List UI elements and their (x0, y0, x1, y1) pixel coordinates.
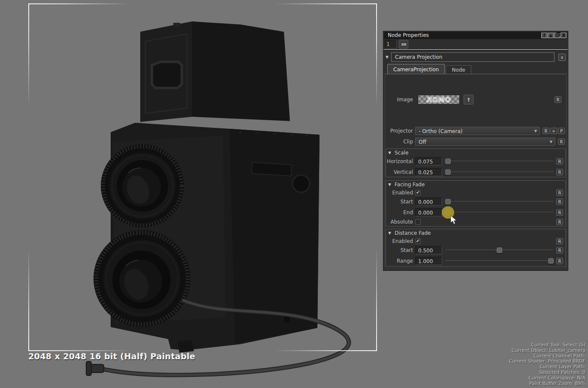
panel-titlebar[interactable]: Node Properties ? ▲ X (384, 32, 567, 39)
reset-button[interactable]: R (556, 190, 563, 196)
distance-fade-section-header[interactable]: ▼ Distance Fade (388, 230, 431, 236)
facing-start-row: Start 0.000 R (383, 197, 568, 206)
vertical-slider[interactable] (445, 170, 554, 175)
chevron-down-icon: ▼ (534, 129, 537, 133)
reset-button[interactable]: R (556, 219, 563, 225)
reset-button[interactable]: R (556, 258, 563, 264)
horizontal-input[interactable]: 0.075 (415, 158, 442, 166)
reset-button[interactable]: R (543, 128, 549, 134)
disclosure-triangle-icon: ▼ (388, 151, 395, 155)
load-image-button[interactable]: ↑ (464, 95, 473, 105)
horizontal-slider[interactable] (445, 159, 554, 164)
app-screen: 2048 x 2048 16 bit (Half) Paintable Curr… (0, 0, 588, 388)
vertical-label: Vertical (383, 169, 413, 175)
add-projector-button[interactable]: + (550, 128, 557, 134)
disclosure-triangle-icon: ▼ (388, 182, 395, 187)
facing-fade-section-title: Facing Fade (395, 182, 425, 188)
scale-vertical-row: Vertical 0.025 R (383, 168, 568, 176)
collapse-icon[interactable]: ▲ (548, 33, 554, 38)
close-icon[interactable]: X (561, 33, 567, 38)
status-hud: Current Tool: Select (S) Current Object:… (509, 343, 585, 387)
reset-button[interactable]: R (556, 169, 563, 176)
reset-button[interactable]: R (556, 199, 563, 205)
scale-section-title: Scale (395, 150, 408, 156)
image-row: Image ЛОМО ↑ R (383, 94, 568, 105)
node-title[interactable]: Camera Projection (391, 52, 555, 62)
clip-dropdown[interactable]: Off ▼ (415, 138, 555, 146)
clip-row: Clip Off ▼ R (383, 137, 568, 146)
hud-current-object: Current Object: Lubitel_camera (509, 348, 585, 354)
facing-end-slider[interactable] (445, 210, 554, 215)
distance-range-slider[interactable] (445, 258, 554, 264)
panel-splitter[interactable] (383, 49, 568, 50)
end-label: End (383, 209, 413, 215)
canvas-info-text: 2048 x 2048 16 bit (Half) Paintable (28, 352, 195, 361)
tab-node[interactable]: Node (446, 65, 471, 74)
facing-start-slider[interactable] (445, 199, 554, 205)
absolute-checkbox[interactable] (415, 219, 421, 225)
projector-dropdown[interactable]: - Ortho (Camera) ▼ (415, 127, 540, 135)
distance-fade-section-title: Distance Fade (395, 230, 431, 236)
facing-end-row: End 0.000 R (383, 208, 568, 217)
disclosure-triangle-icon[interactable]: ▼ (386, 55, 391, 59)
range-label: Range (383, 258, 413, 264)
pick-projector-button[interactable]: P (558, 128, 565, 134)
facing-fade-section-header[interactable]: ▼ Facing Fade (388, 182, 425, 188)
image-label: Image (383, 97, 413, 103)
upper-lens (101, 144, 184, 227)
hud-current-tool: Current Tool: Select (S) (509, 343, 585, 348)
pin-node-button[interactable]: ≡x (399, 40, 408, 48)
slider-handle[interactable] (445, 159, 451, 164)
scale-section-header[interactable]: ▼ Scale (388, 150, 408, 156)
hud-paint-buffer-zoom: Paint Buffer Zoom: 89% (509, 381, 585, 387)
float-icon[interactable] (554, 33, 560, 38)
absolute-label: Absolute (383, 219, 413, 225)
node-index-input[interactable] (385, 40, 397, 48)
enabled-label: Enabled (383, 238, 413, 244)
vertical-input[interactable]: 0.025 (415, 168, 442, 176)
slider-handle[interactable] (548, 258, 554, 264)
node-tabs: CameraProjection Node (387, 64, 471, 74)
facing-enabled-row: Enabled R (383, 188, 568, 197)
reset-button[interactable]: R (556, 238, 563, 245)
distance-start-input[interactable]: 0.500 (415, 246, 442, 255)
tab-cameraprojection[interactable]: CameraProjection (387, 64, 445, 74)
enabled-label: Enabled (383, 190, 413, 196)
help-icon[interactable]: ? (541, 33, 547, 38)
reset-button[interactable]: R (556, 247, 563, 254)
slider-handle[interactable] (445, 199, 451, 205)
reset-button[interactable]: R (555, 97, 561, 103)
panel-title: Node Properties (384, 32, 541, 39)
distance-start-slider[interactable] (445, 248, 554, 253)
image-thumbnail-text: ЛОМО (427, 96, 451, 103)
distance-range-input[interactable]: 1.000 (415, 257, 442, 265)
chevron-down-icon: ▼ (550, 140, 552, 144)
projector-value: - Ortho (Camera) (419, 128, 462, 134)
lower-lens (93, 230, 190, 327)
scale-horizontal-row: Horizontal 0.075 R (383, 157, 568, 166)
distance-range-row: Range 1.000 R (383, 257, 568, 265)
disclosure-triangle-icon: ▼ (388, 231, 395, 235)
camera-model (0, 0, 383, 388)
distance-start-row: Start 0.500 R (383, 246, 568, 255)
enabled-checkbox[interactable] (415, 239, 421, 244)
load-image-icon: ↑ (466, 97, 470, 103)
distance-enabled-row: Enabled R (383, 237, 568, 246)
facing-absolute-row: Absolute R (383, 218, 568, 226)
facing-end-input[interactable]: 0.000 (415, 209, 442, 217)
remove-node-button[interactable]: x (558, 54, 566, 61)
start-label: Start (383, 199, 413, 205)
reset-button[interactable]: R (558, 139, 565, 145)
slider-handle[interactable] (445, 170, 451, 175)
reset-button[interactable]: R (556, 209, 563, 216)
facing-start-input[interactable]: 0.000 (415, 198, 442, 206)
node-header: ▼ Camera Projection x (386, 52, 566, 62)
clip-value: Off (419, 139, 426, 145)
image-thumbnail[interactable]: ЛОМО (418, 95, 460, 105)
clip-label: Clip (383, 139, 413, 145)
slider-handle[interactable] (497, 248, 502, 253)
reset-button[interactable]: R (556, 158, 563, 165)
projector-label: Projector (383, 128, 413, 134)
enabled-checkbox[interactable] (415, 190, 421, 196)
pin-icon: ≡x (401, 42, 406, 46)
